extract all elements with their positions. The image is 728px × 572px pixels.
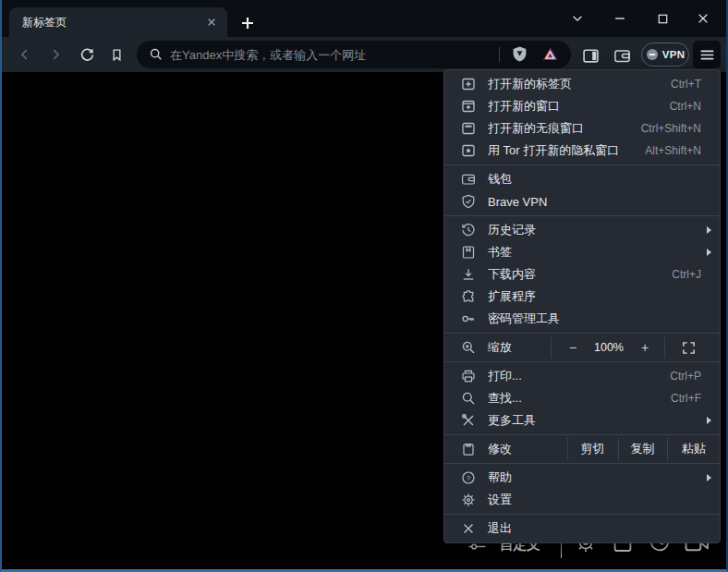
menu-separator	[444, 434, 720, 435]
sidebar-toggle-icon[interactable]	[579, 44, 601, 67]
tab-strip: 新标签页	[0, 0, 728, 37]
window-chevron-down-icon[interactable]	[565, 7, 589, 30]
zoom-value: 100%	[585, 336, 633, 359]
address-input[interactable]	[170, 41, 484, 68]
menu-item-passwords[interactable]: 密码管理工具	[444, 308, 720, 330]
menu-separator	[444, 215, 720, 216]
zoom-divider	[664, 336, 665, 359]
menu-item-print[interactable]: 打印... Ctrl+P	[444, 365, 720, 387]
menu-separator	[444, 463, 720, 464]
vpn-status-icon	[646, 48, 659, 61]
incognito-window-icon	[461, 121, 476, 136]
key-icon	[461, 311, 476, 326]
submenu-arrow-icon	[707, 474, 711, 481]
paste-button[interactable]: 粘贴	[668, 438, 720, 460]
vpn-label: VPN	[662, 49, 686, 60]
submenu-arrow-icon	[707, 226, 711, 234]
fullscreen-button[interactable]	[673, 336, 703, 359]
bookmark-icon[interactable]	[105, 43, 127, 66]
address-bar-divider	[499, 47, 500, 62]
tor-window-icon	[461, 143, 476, 158]
back-button[interactable]	[14, 43, 36, 66]
menu-item-new-tab[interactable]: 打开新的标签页 Ctrl+T	[444, 73, 720, 95]
download-icon	[461, 267, 476, 282]
wallet-toolbar-icon[interactable]	[611, 44, 633, 67]
search-icon	[149, 47, 164, 62]
clipboard-icon	[461, 442, 476, 456]
printer-icon	[461, 369, 476, 383]
app-menu: 打开新的标签页 Ctrl+T 打开新的窗口 Ctrl+N 打开新的无痕窗口 Ct…	[443, 69, 721, 543]
tab-close-icon[interactable]	[203, 14, 220, 30]
menu-item-find[interactable]: 查找... Ctrl+F	[444, 387, 720, 409]
address-bar[interactable]: 1	[137, 41, 571, 68]
submenu-arrow-icon	[707, 249, 711, 256]
brave-shield-icon[interactable]	[511, 45, 528, 63]
bookmarks-icon	[461, 245, 476, 260]
menu-item-extensions[interactable]: 扩展程序	[444, 286, 720, 308]
settings-gear-icon	[461, 493, 476, 507]
submenu-arrow-icon	[707, 417, 711, 424]
menu-item-history[interactable]: 历史记录	[444, 219, 720, 241]
zoom-icon	[461, 340, 476, 355]
find-icon	[461, 391, 476, 406]
menu-item-new-tor-window[interactable]: 用 Tor 打开新的隐私窗口 Alt+Shift+N	[444, 140, 720, 162]
menu-separator	[444, 333, 720, 334]
menu-item-zoom: 缩放 − 100% +	[444, 336, 720, 359]
menu-item-bookmarks[interactable]: 书签	[444, 241, 720, 263]
menu-item-new-window[interactable]: 打开新的窗口 Ctrl+N	[444, 95, 720, 117]
window-close-button[interactable]	[691, 7, 715, 30]
menu-item-exit[interactable]: 退出	[444, 517, 720, 540]
menu-item-edit: 修改 剪切 复制 粘贴	[444, 438, 720, 460]
zoom-in-button[interactable]: +	[633, 336, 657, 359]
wallet-icon	[461, 172, 476, 187]
extensions-puzzle-icon	[461, 289, 476, 304]
menu-item-downloads[interactable]: 下载内容 Ctrl+J	[444, 263, 720, 286]
forward-button[interactable]	[44, 43, 67, 66]
menu-item-more-tools[interactable]: 更多工具	[444, 409, 720, 432]
new-tab-button[interactable]	[237, 13, 258, 33]
new-window-icon	[461, 99, 476, 114]
toolbar: 1 VPN	[0, 37, 728, 72]
menu-item-wallet[interactable]: 钱包	[444, 168, 720, 190]
brave-rewards-icon[interactable]: 1	[541, 45, 559, 63]
vpn-button[interactable]: VPN	[641, 43, 689, 67]
new-tab-icon	[461, 77, 476, 91]
menu-item-help[interactable]: ? 帮助	[444, 467, 720, 489]
zoom-out-button[interactable]: −	[561, 336, 585, 359]
reload-button[interactable]	[76, 43, 98, 66]
menu-separator	[444, 514, 720, 515]
tools-icon	[461, 413, 476, 428]
window-maximize-button[interactable]	[650, 7, 674, 30]
tab-title: 新标签页	[22, 15, 203, 30]
history-icon	[461, 223, 476, 237]
vpn-shield-icon	[461, 194, 476, 209]
menu-item-settings[interactable]: 设置	[444, 489, 720, 511]
app-menu-button[interactable]	[693, 41, 721, 68]
menu-separator	[444, 361, 720, 362]
active-tab[interactable]: 新标签页	[9, 7, 227, 37]
menu-item-new-incognito-window[interactable]: 打开新的无痕窗口 Ctrl+Shift+N	[444, 117, 720, 140]
cut-button[interactable]: 剪切	[568, 438, 617, 460]
window-minimize-button[interactable]	[608, 7, 632, 30]
svg-text:?: ?	[467, 474, 471, 482]
menu-item-brave-vpn[interactable]: Brave VPN	[444, 190, 720, 213]
copy-button[interactable]: 复制	[619, 438, 666, 460]
zoom-divider	[551, 336, 552, 359]
help-icon: ?	[461, 470, 476, 485]
exit-close-icon	[461, 521, 476, 536]
menu-separator	[444, 164, 720, 165]
